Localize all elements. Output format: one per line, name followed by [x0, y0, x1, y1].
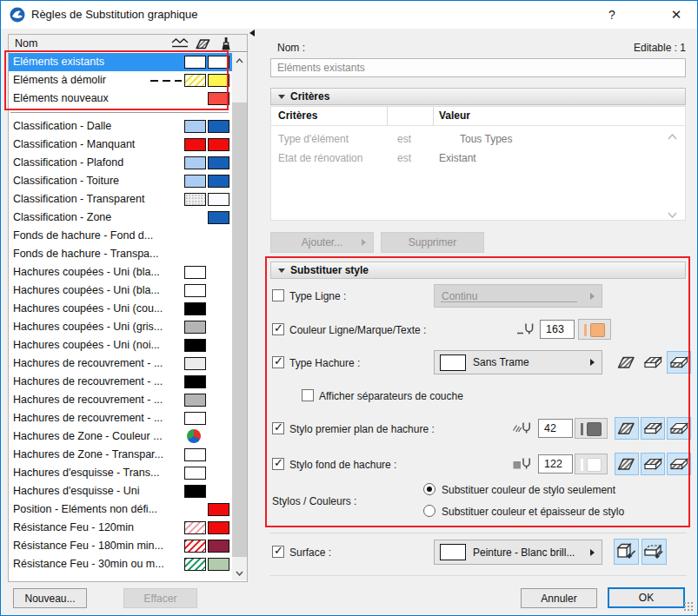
surface-painted-toggle[interactable]	[614, 539, 639, 565]
fill-bg-pen-color-button[interactable]	[575, 454, 608, 474]
surface-all-faces-toggle[interactable]	[641, 539, 667, 565]
rule-list-item[interactable]: Eléments à démolir	[9, 71, 232, 89]
panel-collapse-arrow-icon[interactable]	[249, 30, 255, 36]
rule-list-item[interactable]: Hachures coupées - Uni (bla...	[9, 263, 232, 282]
drafting-fill-toggle[interactable]	[667, 351, 691, 374]
fill-fg-pen-color-button[interactable]	[575, 418, 608, 439]
pen-color-weight-radio[interactable]	[423, 505, 435, 517]
rule-list-item[interactable]: Résistance Feu - 30min ou m...	[9, 555, 232, 573]
fill-type-checkbox[interactable]	[272, 356, 284, 368]
rule-list-item[interactable]: Classification - Plafond	[9, 154, 232, 172]
rule-list-item[interactable]: Hachures de Zone - Transpar...	[9, 446, 232, 464]
rule-list-item[interactable]: Classification - Transparent	[9, 190, 232, 209]
surface-checkbox[interactable]	[272, 546, 284, 558]
criterion-operator: est	[397, 129, 411, 149]
scroll-down-arrow[interactable]	[232, 566, 247, 580]
rule-name-input[interactable]	[270, 58, 686, 77]
surface-swatch	[208, 503, 229, 516]
line-pen-color-button[interactable]	[578, 319, 611, 340]
remove-criteria-button[interactable]: Supprimer	[381, 232, 484, 253]
name-column-header: Nom	[15, 37, 37, 50]
add-criteria-button[interactable]: Ajouter...	[270, 232, 374, 253]
rule-list-item[interactable]: Fonds de hachure - Transpa...	[9, 245, 232, 263]
rule-list-item[interactable]: Résistance Feu - 120min	[9, 519, 232, 537]
rule-list-item[interactable]: Hachures coupées - Uni (gris...	[9, 318, 232, 336]
rule-list-item[interactable]: Hachures coupées - Uni (cou...	[9, 300, 232, 318]
surface-dropdown[interactable]: Peinture - Blanc brill...	[434, 540, 602, 565]
rule-list-item[interactable]: Hachures coupées - Uni (bla...	[9, 282, 232, 300]
cut-fill-toggle[interactable]	[615, 351, 639, 374]
criteria-scroll-up-icon[interactable]	[668, 128, 680, 136]
rule-list-item[interactable]: Hachures de recouvrement - ...	[9, 354, 232, 373]
surface-swatch	[208, 92, 229, 105]
fill-type-label: Type Hachure :	[289, 357, 360, 369]
rule-list-item[interactable]: Classification - Zone	[9, 209, 232, 227]
resize-grip[interactable]	[683, 601, 694, 612]
override-section-header[interactable]: Substituer style	[270, 262, 686, 279]
rule-list-item[interactable]: Hachures de recouvrement - ...	[9, 409, 232, 427]
cancel-button[interactable]: Annuler	[521, 588, 597, 608]
dropdown-arrow-icon	[590, 359, 595, 366]
rule-list-item[interactable]: Position - Eléments non défi...	[9, 500, 232, 519]
fill-bg-pen-checkbox[interactable]	[272, 458, 284, 470]
fill-bg-pen-number-field[interactable]	[538, 454, 573, 474]
pen-color-only-radio[interactable]	[423, 483, 435, 495]
cover-fill-toggle[interactable]	[641, 351, 665, 374]
fill-type-dropdown[interactable]: Sans Trame	[434, 350, 602, 374]
rule-list-item[interactable]: Hachures d'esquisse - Trans...	[9, 464, 232, 482]
title-bar: Règles de Substitution graphique ? ✕	[1, 1, 697, 29]
ok-button[interactable]: OK	[608, 587, 685, 608]
rule-list-item[interactable]: Classification - Manquant	[9, 136, 232, 154]
rule-list-item[interactable]: Classification - Toiture	[9, 172, 232, 190]
rule-list-item[interactable]: Eléments nouveaux	[9, 89, 232, 108]
rules-list-header: Nom	[8, 34, 248, 52]
fill-swatch	[184, 138, 206, 151]
delete-rule-button[interactable]: Effacer	[123, 588, 197, 608]
rule-list-item[interactable]: Hachures coupées - Uni (noi...	[9, 336, 232, 354]
criteria-scroll-down-icon[interactable]	[668, 206, 680, 215]
cut-fill-toggle[interactable]	[615, 417, 639, 440]
rule-list-item[interactable]: Résistance Feu - 180min min...	[9, 537, 232, 555]
graphic-override-rules-dialog: Règles de Substitution graphique ? ✕ Nom…	[0, 0, 698, 616]
rule-list-item[interactable]: Hachures de recouvrement - ...	[9, 373, 232, 391]
criteria-section-header[interactable]: Critères	[270, 88, 686, 105]
cut-fill-toggle[interactable]	[615, 453, 639, 475]
drafting-fill-toggle[interactable]	[667, 453, 691, 475]
rule-list-item[interactable]: Hachures d'esquisse - Uni	[9, 482, 232, 500]
fill-preview-swatch	[440, 354, 466, 371]
value-column-header: Valeur	[439, 109, 470, 122]
help-button[interactable]: ?	[598, 1, 626, 28]
drafting-fill-toggle[interactable]	[667, 417, 691, 440]
rule-list-item[interactable]: Hachures de Zone - Couleur ...	[9, 427, 232, 446]
surface-preview-swatch	[440, 544, 466, 560]
fill-fg-pen-label: Stylo premier plan de hachure :	[289, 423, 435, 435]
rule-list-item[interactable]: Hachures de recouvrement - ...	[9, 391, 232, 409]
scroll-up-arrow[interactable]	[232, 53, 247, 68]
cover-fill-toggle[interactable]	[641, 453, 665, 475]
fill-fg-pen-number-field[interactable]	[538, 419, 573, 438]
line-pen-number-field[interactable]	[540, 320, 575, 339]
rules-list-scrollbar[interactable]	[232, 53, 247, 580]
rule-item-label: Eléments nouveaux	[13, 89, 109, 108]
criteria-row[interactable]: Etat de rénovationestExistant	[271, 149, 685, 168]
surface-swatch	[208, 193, 229, 206]
line-type-dropdown[interactable]: Continu	[434, 284, 602, 308]
new-rule-button[interactable]: Nouveau...	[13, 588, 87, 608]
line-type-checkbox[interactable]	[272, 289, 284, 301]
close-button[interactable]: ✕	[662, 1, 690, 28]
fill-fg-pen-checkbox[interactable]	[272, 422, 284, 434]
rule-item-label: Résistance Feu - 30min ou m...	[13, 555, 164, 573]
line-color-checkbox[interactable]	[272, 323, 284, 335]
scrollbar-thumb[interactable]	[232, 103, 247, 557]
cover-fill-toggle[interactable]	[641, 417, 665, 440]
collapse-triangle-icon	[278, 95, 285, 99]
rule-list-item[interactable]: Classification - Dalle	[9, 117, 232, 136]
layer-separators-checkbox[interactable]	[302, 389, 314, 401]
rule-list-item[interactable]: Fonds de hachure - Fond d...	[9, 227, 232, 245]
collapse-triangle-icon	[278, 268, 285, 273]
rule-list-item[interactable]: Eléments existants	[9, 53, 232, 71]
criteria-row[interactable]: Type d'élémentestTous Types	[271, 129, 685, 149]
line-type-column-icon	[170, 36, 189, 54]
surface-swatch	[208, 558, 229, 571]
surface-column-icon	[219, 36, 233, 55]
